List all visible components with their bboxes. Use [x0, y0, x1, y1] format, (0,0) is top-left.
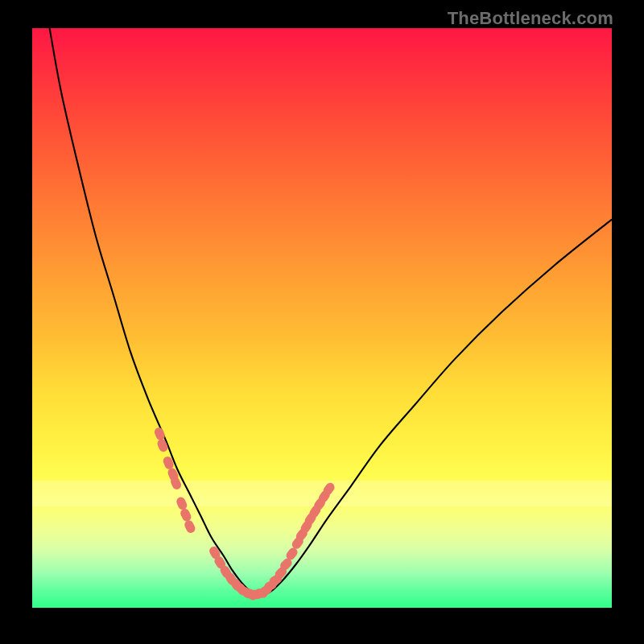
data-markers [153, 427, 336, 602]
chart-overlay [32, 28, 612, 608]
watermark-text: TheBottleneck.com [448, 8, 613, 29]
data-marker [175, 496, 188, 511]
bottleneck-curve [50, 28, 612, 595]
chart-frame: TheBottleneck.com [0, 0, 644, 644]
data-marker [153, 427, 166, 442]
data-marker [156, 438, 169, 453]
plot-area [32, 28, 612, 608]
data-marker [179, 507, 192, 522]
data-marker [183, 519, 196, 535]
